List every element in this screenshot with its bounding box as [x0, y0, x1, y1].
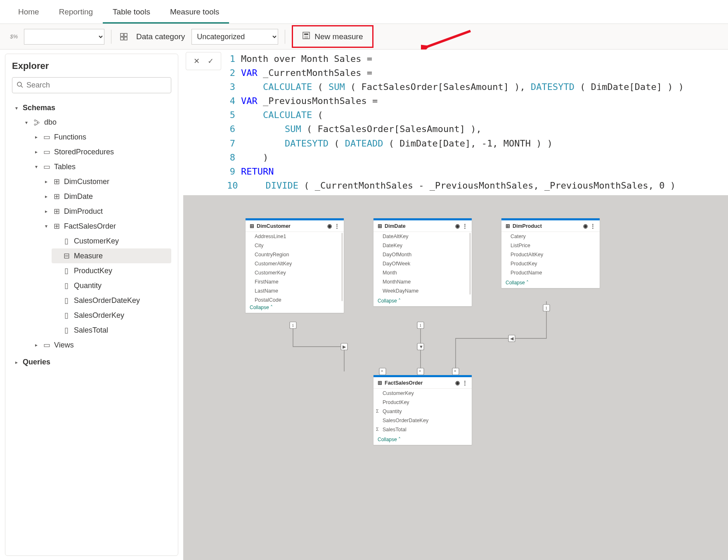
tree-table-dimcustomer[interactable]: ▸ ⊞ DimCustomer [42, 174, 171, 189]
collapse-button[interactable]: Collapse ˄ [373, 295, 472, 306]
tree-schemas[interactable]: ▾ Schemas [12, 101, 171, 115]
entity-field[interactable]: ProductName [501, 268, 600, 277]
search-input[interactable] [26, 81, 167, 90]
tree-table-dimdate[interactable]: ▸ ⊞ DimDate [42, 189, 171, 204]
measure-icon [302, 31, 310, 42]
svg-rect-28 [417, 368, 424, 375]
entity-field[interactable]: CustomerKey [373, 389, 472, 398]
tree-table-dimproduct[interactable]: ▸ ⊞ DimProduct [42, 204, 171, 219]
entity-field[interactable]: City [246, 241, 344, 250]
tree-column-salesorderdatekey[interactable]: ▯SalesOrderDateKey [52, 293, 171, 308]
commit-button[interactable]: ✓ [204, 55, 217, 67]
tab-table-tools[interactable]: Table tools [103, 2, 160, 24]
entity-field[interactable]: CustomerKey [246, 268, 344, 277]
format-selector[interactable] [24, 29, 104, 45]
model-canvas[interactable]: ✕ ✓ 1Month over Month Sales =2VAR _Curre… [183, 50, 728, 560]
svg-line-14 [21, 86, 23, 87]
svg-rect-0 [121, 33, 123, 36]
svg-text:▼: ▼ [419, 344, 423, 349]
eye-icon[interactable]: ◉ [455, 380, 460, 386]
tree-queries[interactable]: ▸ Queries [12, 355, 171, 369]
entity-field[interactable]: DayOfMonth [373, 250, 472, 259]
explorer-panel: Explorer ▾ Schemas ▾ dbo ▸ ▭ [5, 54, 178, 556]
more-icon[interactable]: ⋮ [462, 223, 468, 229]
entity-field[interactable]: ListPrice [501, 241, 600, 250]
collapse-button[interactable]: Collapse ˄ [246, 302, 344, 313]
svg-rect-24 [417, 322, 424, 328]
eye-icon[interactable]: ◉ [583, 223, 588, 229]
measure-icon: ⊟ [62, 251, 71, 260]
tree-table-factsalesorder[interactable]: ▾ ⊞ FactSalesOrder [42, 219, 171, 234]
tree-column-salestotal[interactable]: ▯SalesTotal [52, 323, 171, 338]
entity-field[interactable]: ProductKey [373, 398, 472, 407]
tree-column-productkey[interactable]: ▯ProductKey [52, 263, 171, 278]
new-measure-button[interactable]: New measure [296, 28, 369, 45]
chevron-right-icon: ▸ [33, 342, 39, 348]
entity-field[interactable]: SalesOrderDateKey [373, 416, 472, 425]
entity-field[interactable]: DateAltKey [373, 232, 472, 241]
svg-text:1: 1 [545, 305, 548, 310]
entity-field[interactable]: ProductKey [501, 259, 600, 268]
ribbon-tabs: Home Reporting Table tools Measure tools [0, 0, 728, 24]
tab-reporting[interactable]: Reporting [49, 2, 103, 24]
entity-field[interactable]: LastName [246, 286, 344, 295]
entity-field[interactable]: CustomerAltKey [246, 259, 344, 268]
tab-home[interactable]: Home [8, 2, 49, 24]
data-category-label: Data category [134, 32, 187, 41]
entity-dimproduct[interactable]: ⊞DimProduct◉⋮ CateryListPriceProductAltK… [501, 218, 600, 288]
diagram-surface[interactable]: 1 ▶ * 1 ▼ * 1 ◀ * ⊞DimCustomer◉⋮ Address… [183, 206, 728, 560]
chevron-up-icon: ˄ [398, 298, 401, 304]
tree-column-salesorderkey[interactable]: ▯SalesOrderKey [52, 308, 171, 323]
tree-folder-tables[interactable]: ▾ ▭ Tables [32, 159, 171, 174]
dax-editor[interactable]: 1Month over Month Sales =2VAR _CurrentMo… [225, 52, 684, 193]
entity-dimcustomer[interactable]: ⊞DimCustomer◉⋮ AddressLine1CityCountryRe… [245, 218, 344, 313]
chevron-up-icon: ˄ [398, 437, 401, 442]
entity-field[interactable]: DateKey [373, 241, 472, 250]
tree-folder-storedprocedures[interactable]: ▸ ▭ StoredProcedures [32, 144, 171, 159]
entity-field[interactable]: AddressLine1 [246, 232, 344, 241]
entity-field[interactable]: ProductAltKey [501, 250, 600, 259]
entity-field[interactable]: FirstName [246, 277, 344, 286]
svg-point-13 [17, 82, 21, 86]
tree-label: SalesOrderDateKey [74, 296, 140, 305]
search-box[interactable] [12, 77, 171, 93]
separator [285, 30, 285, 44]
entity-field[interactable]: CountryRegion [246, 250, 344, 259]
svg-text:1: 1 [292, 323, 294, 328]
tree-label: SalesTotal [74, 326, 108, 335]
tree-label: FactSalesOrder [64, 222, 116, 231]
cancel-button[interactable]: ✕ [190, 55, 203, 67]
entity-field[interactable]: PostalCode [246, 295, 344, 302]
data-category-selector[interactable]: Uncategorized [191, 29, 278, 45]
entity-field[interactable]: ΣSalesTotal [373, 425, 472, 434]
entity-factsalesorder[interactable]: ⊞FactSalesOrder◉⋮ CustomerKeyProductKeyΣ… [373, 375, 472, 445]
entity-field[interactable]: ΣQuantity [373, 407, 472, 416]
tree-measure-measure[interactable]: ⊟Measure [52, 248, 171, 263]
more-icon[interactable]: ⋮ [462, 380, 468, 386]
more-icon[interactable]: ⋮ [334, 223, 340, 229]
eye-icon[interactable]: ◉ [455, 223, 460, 229]
tree-schema-dbo[interactable]: ▾ dbo [22, 115, 171, 130]
collapse-button[interactable]: Collapse ˄ [373, 434, 472, 445]
more-icon[interactable]: ⋮ [590, 223, 596, 229]
entity-field[interactable]: Month [373, 268, 472, 277]
tree-label: Measure [74, 252, 103, 260]
tree-folder-functions[interactable]: ▸ ▭ Functions [32, 130, 171, 144]
entity-field[interactable]: DayOfWeek [373, 259, 472, 268]
entity-dimdate[interactable]: ⊞DimDate◉⋮ DateAltKeyDateKeyDayOfMonthDa… [373, 218, 472, 307]
tree-folder-views[interactable]: ▸ ▭ Views [32, 338, 171, 352]
entity-field[interactable]: WeekDayName [373, 286, 472, 295]
tab-measure-tools[interactable]: Measure tools [160, 2, 229, 24]
tree-label: dbo [44, 118, 57, 127]
tree-column-quantity[interactable]: ▯Quantity [52, 278, 171, 293]
svg-rect-26 [417, 343, 424, 350]
tree-label: CustomerKey [74, 237, 119, 246]
eye-icon[interactable]: ◉ [327, 223, 332, 229]
tree-column-customerkey[interactable]: ▯CustomerKey [52, 234, 171, 248]
svg-rect-34 [452, 368, 459, 375]
collapse-button[interactable]: Collapse ˄ [501, 277, 600, 288]
entity-field[interactable]: Catery [501, 232, 600, 241]
svg-point-7 [306, 36, 307, 37]
annotation-highlight: New measure [292, 25, 373, 48]
entity-field[interactable]: MonthName [373, 277, 472, 286]
